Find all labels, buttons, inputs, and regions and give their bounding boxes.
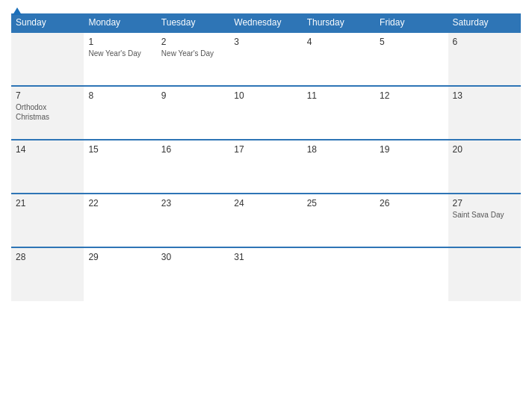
calendar-cell bbox=[11, 32, 84, 86]
calendar-cell: 21 bbox=[11, 194, 84, 247]
logo-triangle-icon bbox=[13, 7, 22, 15]
day-number: 25 bbox=[307, 198, 371, 208]
day-header-sunday: Sunday bbox=[11, 13, 84, 32]
calendar-cell: 31 bbox=[229, 247, 302, 301]
day-number: 29 bbox=[88, 252, 152, 262]
calendar-cell: 16 bbox=[157, 140, 229, 194]
calendar-cell: 26 bbox=[375, 194, 448, 247]
day-number: 12 bbox=[380, 90, 443, 101]
holiday-label: New Year's Day bbox=[88, 49, 152, 58]
calendar-cell: 13 bbox=[448, 86, 521, 140]
day-number: 30 bbox=[161, 252, 225, 262]
day-header-thursday: Thursday bbox=[303, 13, 375, 32]
day-number: 2 bbox=[161, 37, 225, 47]
week-row-2: 14151617181920 bbox=[11, 140, 521, 194]
calendar-cell bbox=[448, 247, 521, 301]
calendar-cell: 15 bbox=[84, 140, 156, 194]
calendar-cell: 3 bbox=[229, 32, 302, 86]
calendar-cell: 27Saint Sava Day bbox=[448, 194, 521, 247]
day-number: 1 bbox=[88, 37, 152, 47]
holiday-label: Saint Sava Day bbox=[453, 210, 516, 220]
calendar-cell: 17 bbox=[229, 140, 302, 194]
calendar-cell: 18 bbox=[303, 140, 375, 194]
day-header-friday: Friday bbox=[375, 13, 448, 32]
day-number: 21 bbox=[16, 198, 79, 208]
day-number: 19 bbox=[380, 144, 443, 155]
day-header-tuesday: Tuesday bbox=[157, 13, 229, 32]
holiday-label: Orthodox Christmas bbox=[16, 102, 79, 122]
calendar-cell: 5 bbox=[375, 32, 448, 86]
calendar-cell: 14 bbox=[11, 140, 84, 194]
week-row-0: 1New Year's Day2New Year's Day3456 bbox=[11, 32, 521, 86]
day-header-monday: Monday bbox=[84, 13, 156, 32]
calendar-table: SundayMondayTuesdayWednesdayThursdayFrid… bbox=[11, 13, 521, 301]
day-number: 6 bbox=[453, 37, 516, 47]
day-number: 18 bbox=[307, 144, 371, 155]
calendar-cell: 29 bbox=[84, 247, 156, 301]
days-header-row: SundayMondayTuesdayWednesdayThursdayFrid… bbox=[11, 13, 521, 32]
day-number: 11 bbox=[307, 90, 371, 101]
logo bbox=[11, 7, 22, 15]
calendar-cell: 1New Year's Day bbox=[84, 32, 156, 86]
week-row-1: 7Orthodox Christmas8910111213 bbox=[11, 86, 521, 140]
week-row-4: 28293031 bbox=[11, 247, 521, 301]
calendar-cell: 9 bbox=[157, 86, 229, 140]
calendar-cell bbox=[375, 247, 448, 301]
day-header-saturday: Saturday bbox=[448, 13, 521, 32]
calendar-cell: 25 bbox=[303, 194, 375, 247]
day-number: 22 bbox=[88, 198, 152, 208]
day-number: 31 bbox=[234, 252, 297, 262]
day-number: 27 bbox=[453, 198, 516, 208]
day-number: 20 bbox=[453, 144, 516, 155]
day-number: 15 bbox=[88, 144, 152, 155]
calendar-cell: 10 bbox=[229, 86, 302, 140]
calendar-cell: 23 bbox=[157, 194, 229, 247]
calendar-cell: 8 bbox=[84, 86, 156, 140]
day-number: 16 bbox=[161, 144, 225, 155]
calendar-cell: 28 bbox=[11, 247, 84, 301]
day-number: 10 bbox=[234, 90, 297, 101]
day-number: 8 bbox=[88, 90, 152, 101]
calendar-cell: 4 bbox=[303, 32, 375, 86]
day-number: 4 bbox=[307, 37, 371, 47]
day-number: 24 bbox=[234, 198, 297, 208]
day-number: 17 bbox=[234, 144, 297, 155]
calendar-cell: 30 bbox=[157, 247, 229, 301]
day-number: 5 bbox=[380, 37, 443, 47]
week-row-3: 21222324252627Saint Sava Day bbox=[11, 194, 521, 247]
day-number: 14 bbox=[16, 144, 79, 155]
calendar-cell: 20 bbox=[448, 140, 521, 194]
day-number: 28 bbox=[16, 252, 79, 262]
day-number: 26 bbox=[380, 198, 443, 208]
calendar-cell: 24 bbox=[229, 194, 302, 247]
day-number: 7 bbox=[16, 90, 79, 101]
calendar-cell: 6 bbox=[448, 32, 521, 86]
logo-line bbox=[11, 7, 22, 15]
day-number: 3 bbox=[234, 37, 297, 47]
calendar-cell: 7Orthodox Christmas bbox=[11, 86, 84, 140]
calendar-cell: 22 bbox=[84, 194, 156, 247]
holiday-label: New Year's Day bbox=[161, 49, 225, 58]
day-number: 13 bbox=[453, 90, 516, 101]
day-number: 23 bbox=[161, 198, 225, 208]
calendar-cell: 12 bbox=[375, 86, 448, 140]
calendar-cell: 2New Year's Day bbox=[157, 32, 229, 86]
day-header-wednesday: Wednesday bbox=[229, 13, 302, 32]
calendar-container: SundayMondayTuesdayWednesdayThursdayFrid… bbox=[0, 0, 532, 411]
calendar-cell: 19 bbox=[375, 140, 448, 194]
calendar-cell: 11 bbox=[303, 86, 375, 140]
day-number: 9 bbox=[161, 90, 225, 101]
calendar-cell bbox=[303, 247, 375, 301]
